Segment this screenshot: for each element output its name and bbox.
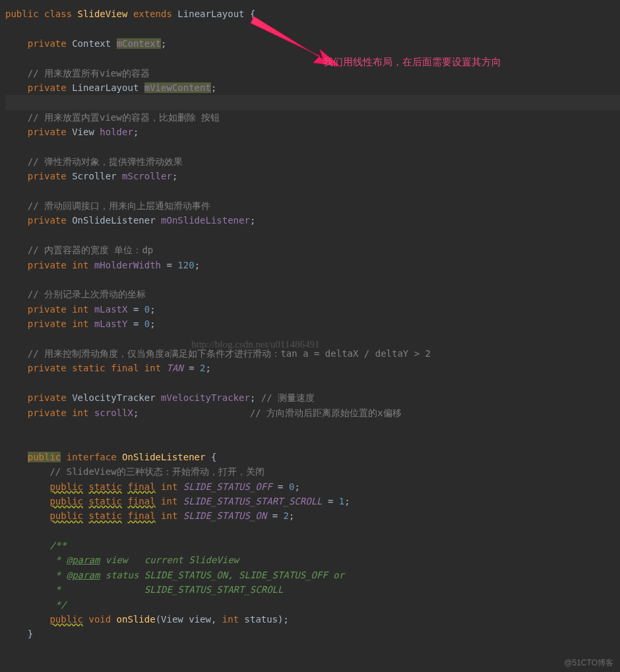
eq: = <box>266 510 283 521</box>
doc-line: * @param status SLIDE_STATUS_ON, SLIDE_S… <box>5 568 620 582</box>
brace: { <box>205 452 216 462</box>
code-line: } <box>5 626 620 641</box>
type: View <box>161 614 183 625</box>
comment-line: // 用来放置所有view的容器 <box>5 66 620 80</box>
eq: = <box>161 260 177 270</box>
field: mLastY <box>94 319 128 329</box>
type: View <box>72 127 94 137</box>
keyword-int: int <box>161 510 177 521</box>
keyword: private <box>28 304 67 315</box>
field: mViewContent <box>144 82 211 93</box>
javadoc-text: view current SlideView <box>100 555 239 565</box>
keyword-int: int <box>144 363 161 373</box>
brace: { <box>245 9 256 19</box>
keyword: private <box>28 171 67 181</box>
brace: } <box>28 628 33 639</box>
code-line: private LinearLayout mViewContent; <box>5 80 620 95</box>
field: mScroller <box>122 171 172 181</box>
keyword: private <box>28 215 67 226</box>
comment-line: // 分别记录上次滑动的坐标 <box>5 287 620 301</box>
keyword: interface <box>67 452 117 462</box>
type: Scroller <box>72 171 116 181</box>
field: mOnSlideListener <box>161 215 250 226</box>
doc-line: * SLIDE_STATUS_START_SCROLL <box>5 582 620 597</box>
code-line: private int mHolderWidth = 120; <box>5 258 620 272</box>
number: 2 <box>284 510 289 521</box>
keyword: final <box>127 481 155 492</box>
code-line: public static final int SLIDE_STATUS_STA… <box>5 494 620 508</box>
blank-line <box>5 228 620 243</box>
eq: = <box>127 319 144 329</box>
comment-line: // 弹性滑动对象，提供弹性滑动效果 <box>5 154 620 169</box>
number: 0 <box>289 481 294 492</box>
eq: = <box>183 363 200 373</box>
number: 0 <box>144 304 150 315</box>
blank-line <box>5 435 620 449</box>
number: 1 <box>339 496 344 506</box>
comment: // SlideView的三种状态：开始滑动，打开，关闭 <box>49 466 264 477</box>
keyword: public <box>49 614 83 625</box>
keyword: static <box>88 496 122 506</box>
keyword-int: int <box>161 496 177 506</box>
keyword-extends: extends <box>133 9 172 19</box>
keyword: private <box>28 260 67 270</box>
parent-class: LinearLayout <box>177 9 244 19</box>
keyword: public <box>49 481 83 492</box>
keyword: private <box>28 363 67 373</box>
comment-line: // 用来放置内置view的容器，比如删除 按钮 <box>5 110 620 125</box>
field: SLIDE_STATUS_OFF <box>183 481 272 492</box>
keyword: private <box>28 38 67 49</box>
number: 120 <box>177 260 194 270</box>
keyword: private <box>28 127 67 137</box>
annotation-label: 我们用线性布局，在后面需要设置其方向 <box>323 54 501 70</box>
keyword-int: int <box>72 319 88 329</box>
keyword-class: class <box>44 9 72 19</box>
type: OnSlideListener <box>72 215 155 226</box>
doc-line: */ <box>5 597 620 612</box>
keyword: private <box>28 408 67 418</box>
field: SLIDE_STATUS_START_SCROLL <box>183 496 323 506</box>
code-line: private VelocityTracker mVelocityTracker… <box>5 390 620 405</box>
comma: , <box>211 614 222 625</box>
keyword: static <box>88 510 122 521</box>
javadoc: * <box>49 555 66 565</box>
javadoc-tag: @param <box>67 555 100 565</box>
code-line: private int scrollX; // 方向滑动后距离原始位置的x偏移 <box>5 406 620 420</box>
code-line: public static final int SLIDE_STATUS_ON … <box>5 508 620 523</box>
keyword-int: int <box>72 260 88 270</box>
javadoc: /** <box>49 540 66 551</box>
keyword: private <box>28 319 67 329</box>
param: status <box>239 614 278 625</box>
type: Context <box>72 38 111 49</box>
keyword-public: public <box>5 9 39 19</box>
keyword: final <box>127 496 155 506</box>
field: mContext <box>117 38 161 49</box>
blank-line <box>5 140 620 154</box>
blank-line <box>5 272 620 287</box>
code-line: public class SlideView extends LinearLay… <box>5 7 620 21</box>
keyword: public <box>28 452 61 462</box>
eq: = <box>272 481 289 492</box>
blank-line <box>5 376 620 390</box>
type: LinearLayout <box>72 82 139 93</box>
code-line: private static final int TAN = 2; <box>5 361 620 375</box>
blank-line <box>5 184 620 199</box>
javadoc: * <box>49 570 66 580</box>
field: mVelocityTracker <box>161 392 250 403</box>
keyword: public <box>49 496 83 506</box>
number: 0 <box>144 319 150 329</box>
comment-line: // SlideView的三种状态：开始滑动，打开，关闭 <box>5 464 620 479</box>
keyword-void: void <box>88 614 111 625</box>
paren: ( <box>156 614 161 625</box>
field: mHolderWidth <box>94 260 161 270</box>
type: VelocityTracker <box>72 392 155 403</box>
code-line: private int mLastX = 0; <box>5 302 620 317</box>
comment: // 内置容器的宽度 单位：dp <box>28 245 154 255</box>
keyword: private <box>28 392 67 403</box>
keyword: final <box>111 363 139 373</box>
eq: = <box>323 496 339 506</box>
code-line: public void onSlide(View view, int statu… <box>5 612 620 626</box>
param: view <box>183 614 211 625</box>
code-line: private Scroller mScroller; <box>5 169 620 183</box>
field: SLIDE_STATUS_ON <box>183 510 266 521</box>
